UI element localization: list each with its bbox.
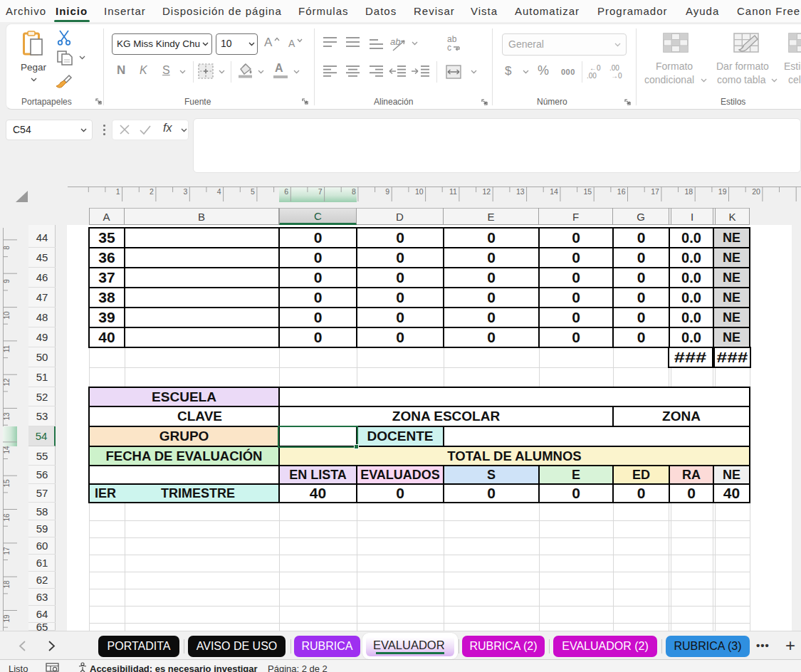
svg-text:.00: .00 <box>609 64 619 72</box>
svg-text:c: c <box>447 43 451 53</box>
svg-text:.00: .00 <box>587 72 597 80</box>
svg-text:←0: ←0 <box>590 64 601 72</box>
svg-text:→0: →0 <box>611 72 622 80</box>
